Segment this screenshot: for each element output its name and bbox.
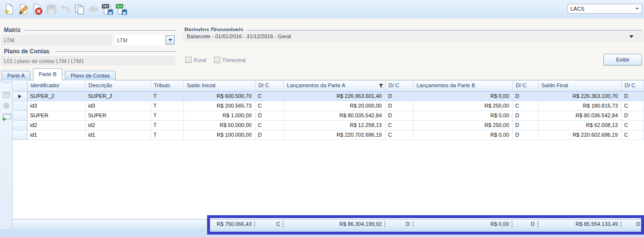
cell-descricao[interactable]: SUPER bbox=[86, 111, 151, 121]
add-row-button[interactable] bbox=[1, 112, 11, 121]
cell-descricao[interactable]: id1 bbox=[86, 130, 151, 140]
card-view-button[interactable] bbox=[1, 90, 11, 99]
cell-saldo-final[interactable]: R$ 220.602.686,19 bbox=[539, 130, 622, 140]
tab-plano-de-contas[interactable]: Plano de Contas bbox=[65, 71, 116, 80]
cell-parte-b[interactable]: R$ 0,00 bbox=[414, 92, 513, 101]
row-selector-cell[interactable] bbox=[13, 111, 28, 121]
column-header-descricao[interactable]: Descrição bbox=[86, 80, 151, 92]
cell-dc-4[interactable]: D bbox=[622, 111, 644, 121]
cell-dc-4[interactable]: D bbox=[622, 92, 644, 101]
table-row[interactable]: SUPER SUPER T R$ 1.000,00 D R$ 80.035.54… bbox=[13, 111, 644, 121]
cell-saldo-inicial[interactable]: R$ 100.000,00 bbox=[184, 130, 255, 140]
new-button[interactable] bbox=[2, 1, 16, 16]
cell-tributo[interactable]: T bbox=[151, 130, 184, 140]
column-header-dc-1[interactable]: D/ C bbox=[255, 80, 284, 92]
cell-saldo-final[interactable]: R$ 226.363.100,70 bbox=[539, 92, 622, 101]
cell-parte-b[interactable]: R$ 250,00 bbox=[414, 121, 513, 130]
row-selector-cell[interactable] bbox=[13, 121, 28, 130]
cell-dc-3[interactable]: D bbox=[513, 92, 539, 101]
cell-identificador[interactable]: id2 bbox=[28, 121, 86, 130]
cell-dc-3[interactable]: C bbox=[513, 101, 539, 111]
cell-dc-3[interactable]: D bbox=[513, 111, 539, 121]
cell-saldo-inicial[interactable]: R$ 1.000,00 bbox=[184, 111, 255, 121]
tab-parte-b[interactable]: Parte B bbox=[33, 68, 62, 80]
column-header-lancamentos-parte-a[interactable]: Lançamentos da Parte A bbox=[284, 80, 386, 92]
cell-descricao[interactable]: SUPER_2 bbox=[86, 92, 151, 101]
row-selector-cell[interactable] bbox=[13, 101, 28, 111]
export-txt-button[interactable]: TXT bbox=[100, 1, 114, 16]
cell-saldo-final[interactable]: R$ 180.815,73 bbox=[539, 101, 622, 111]
cell-saldo-final[interactable]: R$ 80.036.542,84 bbox=[539, 111, 622, 121]
cell-saldo-inicial[interactable]: R$ 200.565,73 bbox=[184, 101, 255, 111]
cell-parte-a[interactable]: R$ 220.702.686,19 bbox=[284, 130, 386, 140]
matriz-code-field[interactable]: LTM bbox=[1, 35, 111, 45]
cell-parte-a[interactable]: R$ 80.035.542,84 bbox=[284, 111, 386, 121]
tab-parte-a[interactable]: Parte A bbox=[1, 71, 30, 80]
cell-identificador[interactable]: SUPER bbox=[28, 111, 86, 121]
cell-tributo[interactable]: T bbox=[151, 101, 184, 111]
cell-dc-3[interactable]: D bbox=[513, 130, 539, 140]
column-header-saldo-final[interactable]: Saldo Final bbox=[539, 80, 622, 92]
cell-saldo-inicial[interactable]: R$ 600.500,70 bbox=[184, 92, 255, 101]
cell-dc-1[interactable]: C bbox=[255, 92, 284, 101]
cell-parte-b[interactable]: R$ 0,00 bbox=[414, 130, 513, 140]
cell-saldo-final[interactable]: R$ 62.008,13 bbox=[539, 121, 622, 130]
exibir-button[interactable]: Exibir bbox=[603, 54, 642, 65]
column-header-tributo[interactable]: Tributo bbox=[151, 80, 184, 92]
table-row[interactable]: id1 id1 T R$ 100.000,00 D R$ 220.702.686… bbox=[13, 130, 644, 140]
matriz-dropdown-button[interactable] bbox=[165, 35, 175, 45]
cell-dc-2[interactable]: D bbox=[386, 92, 414, 101]
cell-dc-4[interactable]: C bbox=[622, 121, 644, 130]
cell-parte-a[interactable]: R$ 12.258,13 bbox=[284, 121, 386, 130]
periodo-select[interactable]: Balancete - 01/01/2016 - 31/12/2016 - Ge… bbox=[183, 31, 644, 42]
module-select[interactable]: LACS bbox=[568, 4, 642, 14]
column-header-dc-3[interactable]: D/ C bbox=[513, 80, 539, 92]
cell-dc-4[interactable]: C bbox=[622, 130, 644, 140]
cell-dc-2[interactable]: D bbox=[386, 111, 414, 121]
column-header-dc-2[interactable]: D/ C bbox=[386, 80, 414, 92]
table-row[interactable]: SUPER_2 SUPER_2 T R$ 600.500,70 C R$ 226… bbox=[13, 92, 644, 101]
cell-dc-3[interactable]: D bbox=[513, 121, 539, 130]
back-button[interactable] bbox=[86, 1, 100, 16]
cell-dc-2[interactable]: C bbox=[386, 121, 414, 130]
cell-dc-4[interactable]: C bbox=[622, 101, 644, 111]
cell-dc-2[interactable]: D bbox=[386, 101, 414, 111]
cell-identificador[interactable]: id1 bbox=[28, 130, 86, 140]
cell-identificador[interactable]: SUPER_2 bbox=[28, 92, 86, 101]
delete-button[interactable] bbox=[30, 1, 44, 16]
cell-dc-1[interactable]: C bbox=[255, 101, 284, 111]
row-selector-cell[interactable] bbox=[13, 92, 28, 101]
cell-tributo[interactable]: T bbox=[151, 111, 184, 121]
cell-dc-2[interactable]: C bbox=[386, 130, 414, 140]
cell-parte-a[interactable]: R$ 20.000,00 bbox=[284, 101, 386, 111]
edit-button[interactable] bbox=[16, 1, 30, 16]
rural-checkbox[interactable]: Rural bbox=[185, 57, 206, 63]
cell-tributo[interactable]: T bbox=[151, 92, 184, 101]
cell-descricao[interactable]: id2 bbox=[86, 121, 151, 130]
cell-dc-1[interactable]: C bbox=[255, 121, 284, 130]
cell-descricao[interactable]: id3 bbox=[86, 101, 151, 111]
undo-button[interactable] bbox=[58, 1, 72, 16]
cell-identificador[interactable]: id3 bbox=[28, 101, 86, 111]
plano-de-contas-field[interactable]: L01 | plano de contas LTM | LTM1 bbox=[1, 56, 175, 65]
settings-button[interactable] bbox=[1, 101, 11, 110]
cell-tributo[interactable]: T bbox=[151, 121, 184, 130]
save-button[interactable] bbox=[44, 1, 58, 16]
table-row[interactable]: id3 id3 T R$ 200.565,73 C R$ 20.000,00 D… bbox=[13, 101, 644, 111]
cell-saldo-inicial[interactable]: R$ 50.000,00 bbox=[184, 121, 255, 130]
column-header-lancamentos-parte-b[interactable]: Lançamentos da Parte B bbox=[414, 80, 513, 92]
column-header-saldo-inicial[interactable]: Saldo Inicial bbox=[184, 80, 255, 92]
cell-parte-b[interactable]: R$ 250,00 bbox=[414, 101, 513, 111]
cell-dc-1[interactable]: D bbox=[255, 130, 284, 140]
cell-dc-1[interactable]: D bbox=[255, 111, 284, 121]
trimestral-checkbox[interactable]: Trimestral bbox=[214, 57, 245, 63]
row-selector-cell[interactable] bbox=[13, 130, 28, 140]
column-header-identificador[interactable]: Identificador bbox=[28, 80, 86, 92]
table-row[interactable]: id2 id2 T R$ 50.000,00 C R$ 12.258,13 C … bbox=[13, 121, 644, 130]
copy-button[interactable] bbox=[72, 1, 86, 16]
drag-grip-icon[interactable] bbox=[1, 81, 12, 83]
cell-parte-a[interactable]: R$ 226.963.601,40 bbox=[284, 92, 386, 101]
export-xls-button[interactable]: XLS bbox=[114, 1, 128, 16]
column-header-dc-4[interactable]: D/ C bbox=[622, 80, 644, 92]
cell-parte-b[interactable]: R$ 0,00 bbox=[414, 111, 513, 121]
